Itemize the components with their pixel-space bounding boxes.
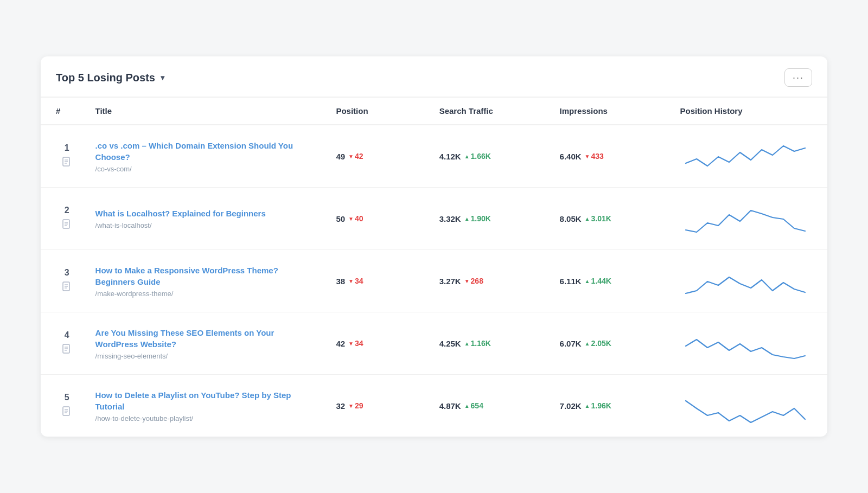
sparkline-cell — [672, 312, 827, 375]
impressions-delta: ▲ 3.01K — [585, 214, 611, 223]
rank-cell: 5 — [41, 375, 87, 437]
traffic-cell: 4.12K ▲ 1.66K — [431, 125, 551, 188]
impressions-delta: ▲ 1.44K — [585, 277, 611, 285]
widget-title-text: Top 5 Losing Posts — [56, 72, 155, 84]
position-cell: 32 ▼ 29 — [327, 375, 430, 437]
table-row: 3 How to Make a Responsive WordPress The… — [41, 250, 827, 312]
traffic-cell: 4.87K ▲ 654 — [431, 375, 551, 437]
widget-header: Top 5 Losing Posts ▾ ··· — [41, 56, 827, 98]
chevron-down-icon[interactable]: ▾ — [161, 73, 164, 82]
impressions-value: 6.40K — [560, 152, 582, 161]
title-cell: How to Make a Responsive WordPress Theme… — [87, 250, 328, 312]
table-header-row: # Title Position Search Traffic Impressi… — [41, 98, 827, 125]
arrow-down-icon: ▼ — [348, 341, 354, 347]
position-delta: ▼ 42 — [348, 152, 363, 161]
col-header-rank: # — [41, 98, 87, 125]
title-cell: How to Delete a Playlist on YouTube? Ste… — [87, 375, 328, 437]
post-title[interactable]: What is Localhost? Explained for Beginne… — [95, 208, 319, 219]
title-cell: .co vs .com – Which Domain Extension Sho… — [87, 125, 328, 188]
arrow-up-icon: ▲ — [585, 278, 590, 284]
arrow-up-icon: ▲ — [464, 341, 470, 347]
sparkline-chart — [680, 323, 810, 361]
arrow-up-icon: ▲ — [585, 216, 590, 222]
position-cell: 50 ▼ 40 — [327, 188, 430, 250]
arrow-up-icon: ▲ — [585, 403, 590, 409]
col-header-position: Position — [327, 98, 430, 125]
table-row: 5 How to Delete a Playlist on YouTube? S… — [41, 375, 827, 437]
posts-table: # Title Position Search Traffic Impressi… — [41, 98, 827, 437]
traffic-value: 4.12K — [439, 152, 461, 161]
traffic-value: 4.87K — [439, 401, 461, 411]
col-header-impressions: Impressions — [551, 98, 672, 125]
more-options-button[interactable]: ··· — [784, 68, 812, 87]
arrow-down-icon: ▼ — [348, 153, 354, 159]
sparkline-cell — [672, 250, 827, 312]
rank-cell: 1 — [41, 125, 87, 188]
position-delta: ▼ 40 — [348, 214, 363, 223]
document-icon — [61, 156, 72, 170]
traffic-value: 4.25K — [439, 339, 461, 348]
impressions-delta: ▲ 2.05K — [585, 339, 611, 348]
table-row: 4 Are You Missing These SEO Elements on … — [41, 312, 827, 375]
table-row: 1 .co vs .com – Which Domain Extension S… — [41, 125, 827, 188]
arrow-down-icon: ▼ — [464, 278, 470, 284]
position-cell: 38 ▼ 34 — [327, 250, 430, 312]
traffic-delta: ▲ 654 — [464, 401, 483, 410]
position-value: 49 — [336, 152, 345, 161]
document-icon — [61, 406, 72, 419]
impressions-value: 7.02K — [560, 401, 582, 411]
document-icon — [61, 343, 72, 357]
traffic-cell: 3.27K ▼ 268 — [431, 250, 551, 312]
position-delta: ▼ 29 — [348, 401, 363, 410]
traffic-delta: ▼ 268 — [464, 277, 483, 285]
arrow-down-icon: ▼ — [585, 153, 590, 159]
arrow-up-icon: ▲ — [464, 216, 470, 222]
rank-number: 5 — [65, 393, 69, 402]
impressions-value: 6.07K — [560, 339, 582, 348]
post-title[interactable]: Are You Missing These SEO Elements on Yo… — [95, 327, 319, 350]
impressions-delta: ▲ 1.96K — [585, 401, 611, 410]
sparkline-cell — [672, 188, 827, 250]
rank-number: 1 — [65, 143, 69, 153]
arrow-up-icon: ▲ — [464, 153, 470, 159]
table-row: 2 What is Localhost? Explained for Begin… — [41, 188, 827, 250]
position-value: 50 — [336, 214, 345, 223]
col-header-search-traffic: Search Traffic — [431, 98, 551, 125]
rank-number: 3 — [65, 268, 69, 278]
impressions-cell: 6.11K ▲ 1.44K — [551, 250, 672, 312]
post-title[interactable]: How to Make a Responsive WordPress Theme… — [95, 265, 319, 287]
position-value: 38 — [336, 277, 345, 286]
document-icon — [61, 281, 72, 294]
position-value: 32 — [336, 401, 345, 411]
arrow-up-icon: ▲ — [464, 403, 470, 409]
rank-cell: 2 — [41, 188, 87, 250]
arrow-up-icon: ▲ — [585, 341, 590, 347]
position-cell: 42 ▼ 34 — [327, 312, 430, 375]
position-value: 42 — [336, 339, 345, 348]
position-delta: ▼ 34 — [348, 339, 363, 348]
rank-cell: 3 — [41, 250, 87, 312]
rank-cell: 4 — [41, 312, 87, 375]
impressions-delta: ▼ 433 — [585, 152, 604, 161]
arrow-down-icon: ▼ — [348, 278, 354, 284]
rank-number: 2 — [65, 206, 69, 215]
post-url: /what-is-localhost/ — [95, 221, 319, 229]
sparkline-cell — [672, 125, 827, 188]
impressions-cell: 7.02K ▲ 1.96K — [551, 375, 672, 437]
arrow-down-icon: ▼ — [348, 403, 354, 409]
traffic-cell: 4.25K ▲ 1.16K — [431, 312, 551, 375]
position-delta: ▼ 34 — [348, 277, 363, 285]
impressions-value: 8.05K — [560, 214, 582, 223]
traffic-delta: ▲ 1.16K — [464, 339, 491, 348]
post-title[interactable]: How to Delete a Playlist on YouTube? Ste… — [95, 389, 319, 412]
sparkline-chart — [680, 386, 810, 424]
top-losing-posts-widget: Top 5 Losing Posts ▾ ··· # Title Positio… — [41, 56, 827, 437]
sparkline-chart — [680, 199, 810, 236]
post-title[interactable]: .co vs .com – Which Domain Extension Sho… — [95, 140, 319, 163]
sparkline-chart — [680, 136, 810, 174]
document-icon — [61, 219, 72, 232]
traffic-delta: ▲ 1.90K — [464, 214, 491, 223]
post-url: /co-vs-com/ — [95, 165, 319, 173]
sparkline-cell — [672, 375, 827, 437]
col-header-position-history: Position History — [672, 98, 827, 125]
